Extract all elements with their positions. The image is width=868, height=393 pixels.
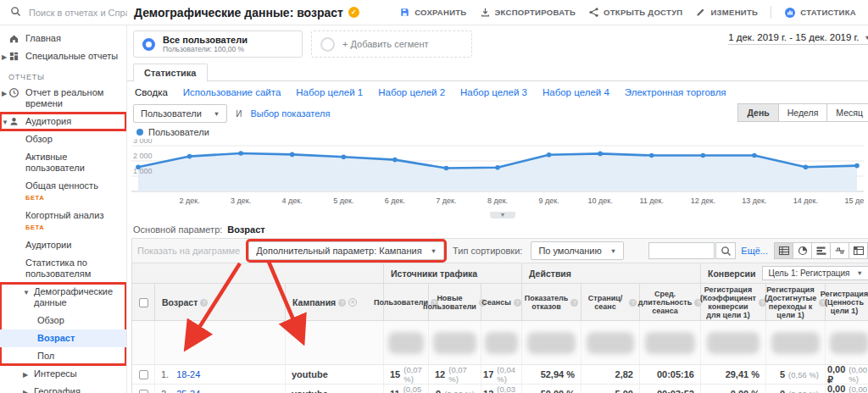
add-segment-button[interactable]: + Добавить сегмент <box>311 30 472 58</box>
vs-label: И <box>236 109 242 119</box>
column-header-0[interactable]: Возраст? <box>154 284 285 321</box>
row-checkbox[interactable] <box>139 390 148 393</box>
column-header-5[interactable]: Показатель отказов? <box>521 284 581 321</box>
performance-view-button[interactable] <box>811 242 831 259</box>
conversion-cell: 5(0,56 %) <box>765 365 825 384</box>
home-icon <box>8 33 19 44</box>
table-group-header-row: Источники трафикаДействияКонверсииЦель 1… <box>132 263 868 284</box>
sidebar-item-главная[interactable]: Главная <box>0 30 126 47</box>
pivot-view-button[interactable] <box>849 242 868 259</box>
sidebar-item-общая-ценность[interactable]: Общая ценностьБЕТА <box>0 177 126 207</box>
sidebar-item-отчет-в-реальном-времени[interactable]: ▶Отчет в реальном времени <box>0 84 126 113</box>
column-header-9[interactable]: Регистрация (Достигнутые переходы к цели… <box>765 284 825 321</box>
column-header-6[interactable]: Страниц/сеанс? <box>581 284 639 321</box>
sidebar-item-активные-пользователи[interactable]: Активные пользователи <box>0 148 126 177</box>
metric-value: 0 <box>780 389 785 393</box>
metric-value: 9 <box>436 389 441 393</box>
chart-collapse-button[interactable]: ▼ <box>490 212 515 219</box>
tab-statistics[interactable]: Статистика <box>133 64 208 82</box>
primary-dimension-label: Основной параметр: <box>133 224 222 235</box>
action-export-button[interactable]: ЭКСПОРТИРОВАТЬ <box>480 7 576 18</box>
sidebar-item-когортный-анализ[interactable]: Когортный анализБЕТА <box>0 207 126 236</box>
report-tab-сводка[interactable]: Сводка <box>135 87 168 97</box>
date-range-selector[interactable]: 1 дек. 2019 г. - 15 дек. 2019 г. ▼ <box>728 32 868 45</box>
group-header-label: Действия <box>529 268 571 279</box>
column-header-1[interactable]: Кампания?✕↓ <box>285 284 383 321</box>
segment-all-users[interactable]: Все пользователи Пользователи: 100,00 % <box>133 30 303 58</box>
sidebar-item-возраст[interactable]: Возраст <box>0 329 126 347</box>
sidebar-item-география[interactable]: ▶География <box>0 383 126 393</box>
secondary-dimension-dropdown[interactable]: Дополнительный параметр: Кампания ▼ <box>248 241 444 260</box>
sidebar-item-обзор[interactable]: Обзор <box>0 130 126 148</box>
conversion-cell: 0(0,00 %) <box>765 385 825 393</box>
metric-cell: 9(0,06 %) <box>428 385 481 393</box>
blurred-data-blob <box>587 332 634 354</box>
advanced-link[interactable]: Ещё... <box>741 246 768 256</box>
age-link[interactable]: 18-24 <box>176 369 200 379</box>
select-all-checkbox[interactable] <box>139 298 148 307</box>
percent-view-button[interactable] <box>793 242 812 259</box>
metric-value: 00:05:16 <box>657 369 694 379</box>
action-share-button[interactable]: ОТКРЫТЬ ДОСТУП <box>588 7 682 18</box>
action-insights-button[interactable]: СТАТИСТИКА <box>784 7 856 19</box>
svg-text:15 дек.: 15 дек. <box>844 196 864 205</box>
chevron-down-icon: ▼ <box>431 247 437 255</box>
column-header-3[interactable]: Новые пользователи? <box>428 284 481 321</box>
global-search[interactable]: Поиск в отчетах и Справке <box>0 5 127 20</box>
column-header-4[interactable]: Сеансы? <box>481 284 521 321</box>
sidebar-item-пол[interactable]: Пол <box>0 347 126 365</box>
column-header-7[interactable]: Сред. длительность сеанса? <box>639 284 700 321</box>
report-tab-электронная-торговля[interactable]: Электронная торговля <box>625 87 726 97</box>
sidebar-item-интересы[interactable]: ▶Интересы <box>0 365 126 383</box>
metric-cell: 12(0,07 %) <box>428 365 481 384</box>
table-view-button[interactable] <box>774 242 793 259</box>
column-header-2[interactable]: Пользователи? <box>383 284 428 321</box>
granularity-неделя[interactable]: Неделя <box>778 103 828 122</box>
table-search-button[interactable] <box>715 242 736 259</box>
chart-collapse-row: ▼ <box>131 212 868 220</box>
select-metric-link[interactable]: Выбор показателя <box>250 108 330 119</box>
sidebar-item-статистика-по-пользователям[interactable]: Статистика по пользователям <box>0 254 126 283</box>
users-line-chart[interactable]: 1 0002 0003 0002 дек.3 дек.4 дек.5 дек.6… <box>131 139 868 212</box>
column-header-8[interactable]: Регистрация (Коэффициент конверсии для ц… <box>700 284 765 321</box>
group-header-3: КонверсииЦель 1: Регистрация▼ <box>700 263 868 283</box>
report-tab-набор-целей-1[interactable]: Набор целей 1 <box>296 87 363 97</box>
sidebar-item-аудитория[interactable]: ▼Аудитория <box>0 113 126 130</box>
primary-dimension-value[interactable]: Возраст <box>227 224 264 235</box>
metric-value: 5 <box>780 369 785 379</box>
granularity-месяц[interactable]: Месяц <box>826 103 868 122</box>
sidebar-item-обзор[interactable]: Обзор <box>0 312 126 329</box>
metric-dropdown[interactable]: Пользователи ▼ <box>133 104 227 123</box>
blurred-data-blob <box>771 332 820 354</box>
action-label: ОТКРЫТЬ ДОСТУП <box>604 8 682 17</box>
conversions-goal-dropdown[interactable]: Цель 1: Регистрация▼ <box>762 266 868 280</box>
sort-type-dropdown[interactable]: По умолчанию ▼ <box>531 241 624 260</box>
action-edit-button[interactable]: ИЗМЕНИТЬ <box>695 7 758 18</box>
totals-cell <box>428 321 481 364</box>
column-header-label: Страниц/сеанс <box>584 294 626 311</box>
sidebar-item-демографические-данные[interactable]: ▼Демографические данные <box>0 283 126 312</box>
granularity-день[interactable]: День <box>737 103 778 122</box>
report-tab-использование-сайта[interactable]: Использование сайта <box>183 87 281 97</box>
legend-label: Пользователи <box>148 127 209 137</box>
report-tab-набор-целей-3[interactable]: Набор целей 3 <box>460 87 527 97</box>
granularity-buttons: ДеньНеделяМесяц <box>738 103 868 122</box>
sidebar-item-специальные-отчеты[interactable]: ▶Специальные отчеты <box>0 47 126 65</box>
age-link[interactable]: 25-34 <box>176 389 200 393</box>
action-save-button[interactable]: СОХРАНИТЬ <box>399 7 466 18</box>
remove-secondary-dimension-icon[interactable]: ✕ <box>348 298 357 307</box>
comparison-view-button[interactable] <box>830 242 849 259</box>
tab-divider <box>127 80 868 81</box>
sidebar-item-аудитории[interactable]: Аудитории <box>0 236 126 254</box>
report-tab-набор-целей-2[interactable]: Набор целей 2 <box>378 87 445 97</box>
row-checkbox[interactable] <box>139 370 148 379</box>
sort-type-value: По умолчанию <box>538 246 601 256</box>
metric-percent: (0,07 %) <box>448 365 475 384</box>
metric-percent: (0,07 %) <box>403 365 422 384</box>
report-tab-набор-целей-4[interactable]: Набор целей 4 <box>542 87 609 97</box>
action-metric-cell: 50,00 % <box>521 385 581 393</box>
table-search-input[interactable] <box>648 242 715 259</box>
column-header-10[interactable]: Регистрация (Ценность цели 1)? <box>825 284 868 321</box>
svg-text:10 дек.: 10 дек. <box>587 196 612 205</box>
show-on-chart-button[interactable]: Показать на диаграмме <box>137 246 240 256</box>
